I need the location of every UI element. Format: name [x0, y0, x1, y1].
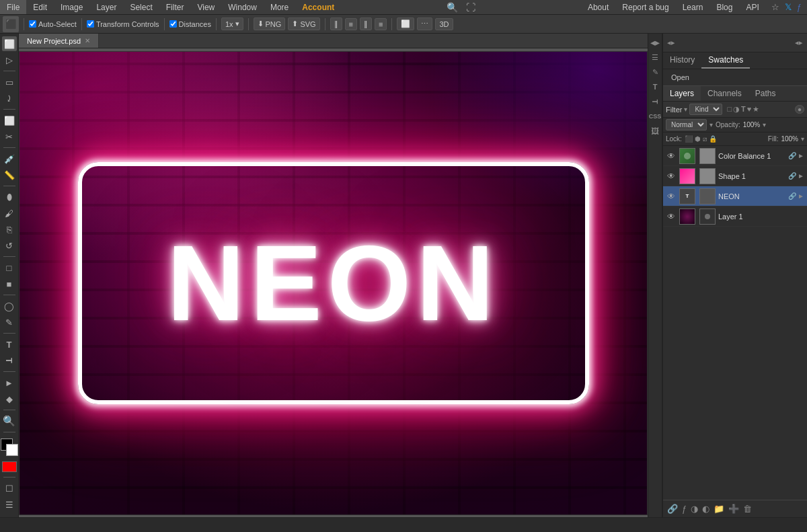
fullscreen-icon[interactable]: ⛶ — [466, 2, 475, 13]
layer-add-icon[interactable]: ➕ — [728, 504, 739, 514]
tab-history[interactable]: History — [663, 52, 701, 69]
distances-checkbox[interactable]: Distances — [169, 20, 211, 28]
social-icon-1[interactable]: ☆ — [771, 2, 779, 12]
history-brush-tool[interactable]: ↺ — [2, 238, 17, 253]
fill-dropdown[interactable]: ▾ — [801, 135, 804, 143]
lock-move-icon[interactable]: ⬢ — [695, 135, 701, 143]
lock-pixels-icon[interactable]: ⬛ — [685, 135, 693, 143]
layer-chevron-neon[interactable]: ► — [798, 192, 804, 200]
transform-controls-checkbox[interactable]: Transform Controls — [87, 20, 159, 28]
align-right-btn[interactable]: ‖ — [360, 17, 372, 30]
search-icon[interactable]: 🔍 — [447, 2, 458, 13]
rectangle-tool[interactable]: ▭ — [2, 75, 17, 89]
align-left-btn[interactable]: ‖ — [330, 17, 342, 30]
filter-adj-icon[interactable]: ◑ — [733, 105, 740, 114]
opacity-dropdown[interactable]: ▾ — [763, 121, 766, 128]
selection-tool[interactable]: ⬜ — [2, 36, 17, 51]
menu-layer[interactable]: Layer — [89, 0, 123, 14]
layer-eye-neon[interactable]: 👁 — [666, 192, 677, 201]
layer-fx-icon[interactable]: ƒ — [682, 504, 687, 514]
zoom-selector[interactable]: 1x ▾ — [221, 17, 243, 30]
pen-tool[interactable]: ✎ — [2, 315, 17, 330]
3d-btn[interactable]: 3D — [435, 18, 453, 30]
slice-tool[interactable]: ✂ — [2, 129, 17, 144]
align-center-btn[interactable]: ≡ — [345, 18, 357, 30]
filter-type-icon[interactable]: T — [741, 105, 746, 114]
layer-eye-colorbalance[interactable]: 👁 — [666, 151, 677, 161]
direct-select-tool[interactable]: ▷ — [2, 52, 17, 67]
panel-tool-T[interactable]: T — [649, 81, 661, 93]
canvas-tab-active[interactable]: New Project.psd ✕ — [19, 34, 99, 48]
layer-adjustment-icon[interactable]: ◐ — [702, 504, 709, 514]
panel-img-icon[interactable]: 🖼 — [649, 125, 661, 137]
filter-shape-icon[interactable]: ♥ — [747, 105, 752, 114]
eyedropper-tool[interactable]: 💉 — [2, 151, 17, 166]
layer-mask-icon[interactable]: ◑ — [691, 504, 698, 514]
tab-close-btn[interactable]: ✕ — [85, 37, 90, 44]
menu-more[interactable]: More — [264, 0, 295, 14]
lock-all-icon[interactable]: 🔒 — [709, 135, 717, 143]
view-extras-btn[interactable]: ☰ — [2, 497, 17, 512]
layer-row-layer1[interactable]: 👁 Layer 1 — [663, 206, 807, 227]
menu-reportbug[interactable]: Report a bug — [615, 3, 675, 12]
layer-group-icon[interactable]: 📁 — [714, 504, 724, 514]
export-svg-btn[interactable]: ⬆ SVG — [288, 17, 319, 30]
move-tool[interactable]: ⬛ — [3, 16, 19, 32]
tab-swatches[interactable]: Swatches — [701, 52, 750, 69]
layer-kind-select[interactable]: Kind — [689, 104, 722, 115]
quick-mask-mode[interactable] — [2, 461, 17, 472]
layer-row-neon[interactable]: 👁 T NEON 🔗 ► — [663, 186, 807, 206]
auto-select-checkbox[interactable]: Auto-Select — [29, 20, 77, 28]
zoom-tool[interactable]: 🔍 — [2, 414, 17, 428]
filter-pixel-icon[interactable]: □ — [727, 105, 732, 114]
path-select-tool[interactable]: ► — [2, 375, 17, 390]
menu-about[interactable]: About — [581, 3, 615, 12]
menu-learn[interactable]: Learn — [676, 3, 710, 12]
menu-api[interactable]: API — [739, 3, 765, 12]
layer-chevron-shape[interactable]: ► — [798, 172, 804, 180]
gradient-tool[interactable]: ■ — [2, 276, 17, 291]
canvas-container[interactable]: NEON — [19, 48, 648, 517]
type-vertical-tool[interactable]: T — [2, 353, 17, 368]
panel-options-icon[interactable]: ☰ — [649, 51, 661, 63]
layer-link-colorbalance[interactable]: 🔗 — [788, 152, 796, 159]
collapse-panel-icon[interactable]: ◂▸ — [649, 36, 661, 48]
export-png-btn[interactable]: ⬇ PNG — [254, 17, 286, 30]
layer-chevron-colorbalance[interactable]: ► — [798, 152, 804, 159]
history-item-open[interactable]: Open — [668, 72, 802, 83]
type-tool[interactable]: T — [2, 337, 17, 352]
shape-tool[interactable]: ◆ — [2, 391, 17, 406]
layer-link-icon[interactable]: 🔗 — [667, 504, 678, 514]
menu-image[interactable]: Image — [54, 0, 89, 14]
brush-tool[interactable]: 🖌 — [2, 206, 17, 221]
blend-mode-select[interactable]: Normal — [666, 119, 707, 130]
dodge-tool[interactable]: ◯ — [2, 299, 17, 313]
menu-blog[interactable]: Blog — [709, 3, 739, 12]
clone-tool[interactable]: ⎘ — [2, 222, 17, 237]
panel-css-icon[interactable]: CSS — [649, 110, 661, 122]
ruler-tool[interactable]: 📏 — [2, 167, 17, 182]
distribute-btn[interactable]: ≡ — [375, 18, 387, 30]
eraser-tool[interactable]: □ — [2, 260, 17, 275]
layer-eye-shape[interactable]: 👁 — [666, 172, 677, 181]
panel-tool-1[interactable]: ✎ — [649, 66, 661, 78]
layer-row-colorbalance[interactable]: 👁 Color Balance 1 🔗 ► — [663, 146, 807, 166]
filter-smart-icon[interactable]: ★ — [753, 105, 759, 114]
social-icon-fb[interactable]: ƒ — [797, 2, 802, 12]
menu-window[interactable]: Window — [221, 0, 264, 14]
layer-link-shape[interactable]: 🔗 — [788, 172, 796, 180]
screen-mode-btn[interactable]: ☐ — [2, 481, 17, 496]
layers-tab-paths[interactable]: Paths — [748, 86, 783, 101]
layer-link-neon[interactable]: 🔗 — [788, 192, 796, 200]
layer-row-shape[interactable]: 👁 Shape 1 🔗 ► — [663, 166, 807, 186]
menu-select[interactable]: Select — [123, 0, 159, 14]
filter-toggle[interactable]: ● — [795, 105, 804, 114]
arrange-btn[interactable]: ⬜ — [397, 17, 414, 30]
panel-expand-icon[interactable]: ◂▸ — [795, 38, 803, 47]
panel-tool-T2[interactable]: T — [649, 96, 661, 108]
layers-tab-layers[interactable]: Layers — [663, 86, 701, 101]
heal-tool[interactable]: ⬮ — [2, 190, 17, 204]
menu-edit[interactable]: Edit — [26, 0, 54, 14]
menu-account[interactable]: Account — [295, 0, 341, 14]
more-btn[interactable]: ⋯ — [417, 17, 432, 30]
